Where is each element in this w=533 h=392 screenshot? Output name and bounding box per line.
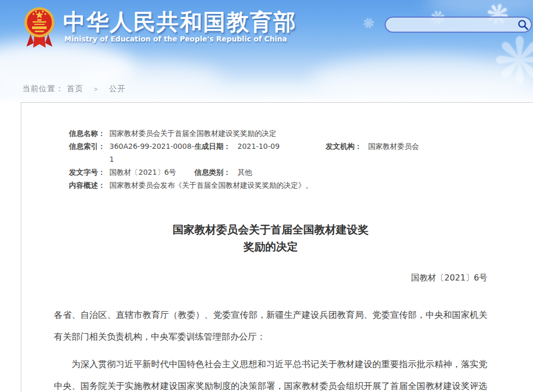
site-title: 中华人民共和国教育部 — [63, 7, 297, 37]
breadcrumb-link-public[interactable]: 公开 — [109, 84, 125, 93]
paragraph-intro: 为深入贯彻习近平新时代中国特色社会主义思想和习近平总书记关于教材建设的重要指示批… — [54, 353, 487, 392]
meta-value-name: 国家教材委员会关于首届全国教材建设奖奖励的决定 — [109, 127, 533, 140]
meta-label-docno: 发文字号： — [69, 166, 109, 179]
document-title-line2: 奖励的决定 — [54, 239, 487, 256]
meta-label-org: 发文机构： — [326, 140, 368, 166]
breadcrumb-separator: ＞ — [93, 85, 100, 93]
dandelion-icon: ❋ — [494, 30, 533, 92]
breadcrumb: 当前位置： 首页 ＞ 公开 — [22, 84, 125, 94]
cloud-decoration — [425, 0, 533, 16]
meta-value-date: 2021-10-09 — [237, 140, 326, 166]
document-meta-table: 信息名称： 国家教材委员会关于首届全国教材建设奖奖励的决定 信息索引： 360A… — [69, 127, 533, 192]
search-input[interactable] — [386, 18, 515, 32]
site-header: ❋ ❋ ❋ ❋ 中华人民共和国教育部 Ministry of Education… — [0, 0, 533, 102]
document-number: 国教材〔2021〕6号 — [54, 273, 487, 284]
meta-value-index: 360A26-99-2021-0008-1 — [109, 140, 194, 166]
meta-value-docno: 国教材〔2021〕6号 — [109, 166, 194, 179]
meta-label-date: 生成日期： — [194, 140, 237, 166]
document-title: 国家教材委员会关于首届全国教材建设奖 奖励的决定 — [54, 221, 487, 256]
document-panel: 信息名称： 国家教材委员会关于首届全国教材建设奖奖励的决定 信息索引： 360A… — [21, 102, 533, 392]
meta-label-name: 信息名称： — [69, 127, 109, 140]
search-button[interactable] — [515, 18, 531, 32]
document-body: 国家教材委员会关于首届全国教材建设奖 奖励的决定 国教材〔2021〕6号 各省、… — [54, 221, 487, 392]
meta-label-index: 信息索引： — [69, 140, 109, 166]
document-title-line1: 国家教材委员会关于首届全国教材建设奖 — [54, 221, 487, 239]
paragraph-recipients: 各省、自治区、直辖市教育厅（教委）、党委宣传部，新疆生产建设兵团教育局、党委宣传… — [54, 304, 487, 347]
breadcrumb-prefix: 当前位置： — [22, 84, 64, 93]
breadcrumb-link-home[interactable]: 首页 — [67, 84, 83, 93]
dandelion-icon: ❋ — [360, 14, 377, 33]
meta-label-summary: 内容概述： — [69, 179, 109, 192]
search-bar — [385, 17, 532, 33]
meta-value-org: 国家教材委员会 — [368, 140, 533, 166]
search-icon — [517, 19, 529, 31]
cloud-decoration — [311, 56, 533, 102]
meta-value-summary: 国家教材委员会发布《关于首届全国教材建设奖奖励的决定》。 — [109, 179, 533, 192]
national-emblem-logo — [23, 5, 56, 52]
meta-value-type: 其他 — [237, 166, 533, 179]
site-subtitle: Ministry of Education of the People's Re… — [64, 35, 287, 43]
meta-label-type: 信息类别： — [194, 166, 237, 179]
